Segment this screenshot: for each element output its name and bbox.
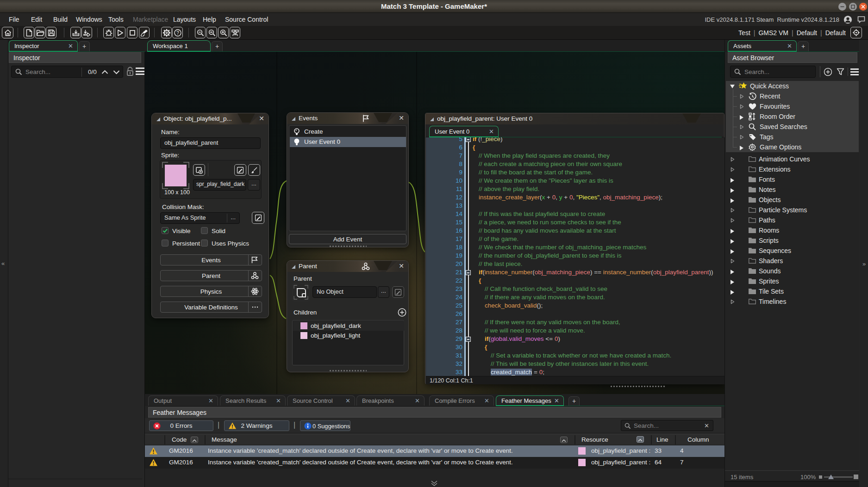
svg-text:?: ?	[176, 30, 179, 35]
